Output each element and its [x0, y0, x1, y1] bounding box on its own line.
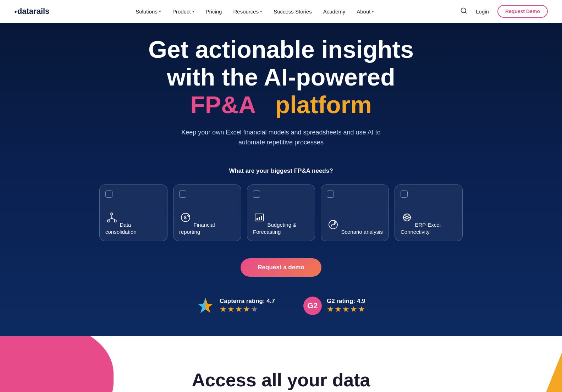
- card-financial-reporting[interactable]: $ Financial reporting: [173, 184, 241, 241]
- nav-success-stories[interactable]: Success Stories: [274, 9, 312, 15]
- card-erp-excel[interactable]: ERP-Excel Connectivity: [395, 184, 463, 241]
- svg-line-26: [408, 215, 410, 217]
- nav-resources[interactable]: Resources ▾: [233, 9, 262, 15]
- nav-product[interactable]: Product ▾: [172, 9, 194, 15]
- svg-line-24: [404, 215, 406, 217]
- nav-links: Solutions ▾ Product ▾ Pricing Resources …: [136, 9, 374, 15]
- chevron-down-icon: ▾: [192, 9, 194, 14]
- needs-cards: Data consolidation $ Financial reporting: [99, 184, 463, 241]
- ratings-row: Capterra rating: 4.7 ★★★★★ G2 G2 rating:…: [196, 297, 366, 315]
- card-checkbox[interactable]: [327, 191, 334, 198]
- login-link[interactable]: Login: [476, 9, 489, 15]
- svg-rect-14: [261, 216, 262, 220]
- svg-point-8: [111, 217, 112, 219]
- svg-point-2: [111, 213, 113, 215]
- card-budgeting-forecasting[interactable]: Budgeting & Forecasting: [247, 184, 315, 241]
- svg-line-1: [465, 12, 467, 13]
- svg-line-27: [404, 219, 406, 220]
- fpa-question: What are your biggest FP&A needs?: [229, 167, 333, 175]
- g2-rating: G2 G2 rating: 4.9 ★★★★★: [303, 297, 366, 315]
- hero-subtitle: Keep your own Excel financial models and…: [167, 127, 395, 148]
- nav-actions: Login Request Demo: [460, 5, 548, 18]
- nav-about[interactable]: About ▾: [357, 9, 374, 15]
- hero-demo-button[interactable]: Request a demo: [241, 258, 321, 277]
- card-data-consolidation[interactable]: Data consolidation: [99, 184, 167, 241]
- navbar: ● datarails Solutions ▾ Product ▾ Pricin…: [0, 0, 562, 23]
- reporting-icon: $: [179, 211, 192, 224]
- svg-marker-29: [198, 298, 205, 313]
- svg-rect-12: [257, 218, 258, 220]
- nav-pricing[interactable]: Pricing: [206, 9, 222, 15]
- decorative-yellow-blob: [491, 352, 562, 392]
- capterra-logo: [196, 297, 215, 315]
- card-checkbox[interactable]: [253, 191, 260, 198]
- scenario-icon: [327, 218, 340, 231]
- lower-section: Access all your data: [0, 336, 562, 392]
- capterra-rating: Capterra rating: 4.7 ★★★★★: [196, 297, 275, 315]
- nav-academy[interactable]: Academy: [323, 9, 346, 15]
- chevron-down-icon: ▾: [372, 9, 374, 14]
- chevron-down-icon: ▾: [260, 9, 262, 14]
- nav-solutions[interactable]: Solutions ▾: [136, 9, 161, 15]
- search-icon[interactable]: [460, 7, 467, 16]
- hero-section: Get actionable insights with the AI-powe…: [0, 0, 562, 336]
- capterra-name: Capterra rating: 4.7: [220, 298, 275, 305]
- svg-rect-13: [259, 217, 260, 220]
- nav-demo-button[interactable]: Request Demo: [497, 5, 548, 18]
- svg-text:$: $: [184, 215, 187, 220]
- card-checkbox[interactable]: [401, 191, 408, 198]
- g2-logo: G2: [303, 297, 322, 315]
- card-checkbox[interactable]: [179, 191, 186, 198]
- lower-title: Access all your data: [192, 369, 370, 391]
- capterra-stars: ★★★★★: [220, 305, 275, 314]
- hero-title: Get actionable insights with the AI-powe…: [148, 35, 414, 119]
- logo[interactable]: ● datarails: [14, 7, 49, 16]
- consolidation-icon: [105, 211, 118, 224]
- chevron-down-icon: ▾: [159, 9, 161, 14]
- erp-icon: [401, 211, 413, 224]
- card-scenario-analysis[interactable]: Scenario analysis: [321, 184, 389, 241]
- budgeting-icon: [253, 211, 266, 224]
- svg-point-4: [114, 220, 116, 222]
- svg-point-3: [107, 220, 109, 222]
- svg-marker-30: [205, 298, 213, 309]
- card-label: Scenario analysis: [341, 229, 383, 235]
- g2-name: G2 rating: 4.9: [327, 298, 366, 305]
- card-checkbox[interactable]: [105, 191, 112, 198]
- g2-stars: ★★★★★: [327, 305, 366, 314]
- decorative-pink-blob: [0, 336, 114, 392]
- svg-point-19: [406, 216, 408, 219]
- svg-line-25: [408, 219, 410, 220]
